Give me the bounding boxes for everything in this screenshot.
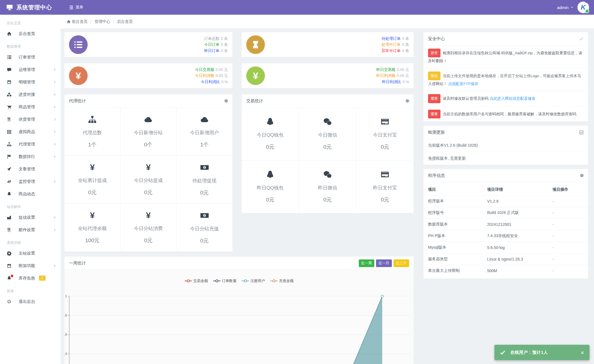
agent-stat-cell: 今日新增分站 0个 <box>120 108 176 156</box>
trade-stat-cell: 今日支付宝 0元 <box>356 108 414 161</box>
table-row: 程序版号Build 1026 正式版- <box>424 207 588 219</box>
sidebar-item-articles[interactable]: 文章管理 <box>0 163 61 175</box>
hourglass-icon <box>246 35 265 54</box>
stat-label: 昨日利润额 <box>376 73 396 78</box>
table-row: 单次最大上传限制500M- <box>424 265 588 276</box>
range-quarter-button[interactable]: 近三月 <box>394 259 409 267</box>
avatar[interactable]: K <box>578 2 589 13</box>
caret-down-icon <box>570 6 574 9</box>
cart-icon <box>7 105 12 109</box>
panel-dot-icon[interactable] <box>406 99 409 103</box>
sidebar-item-dashboard[interactable]: 后台首页 <box>0 27 61 40</box>
yen-icon: ¥ <box>69 66 88 85</box>
money-bill-icon <box>200 163 209 172</box>
breadcrumb-separator: / <box>90 20 92 24</box>
sidebar-item-ops[interactable]: 运维管理 <box>0 63 61 76</box>
agent-stat-cell: ¥ 今日分站提成 0元 <box>120 156 176 204</box>
grid-icon <box>7 129 12 134</box>
sidebar-item-stock-alert[interactable]: 库存告急 1 <box>0 272 61 284</box>
orders-summary-card: 订单总数0 条 今日订单0 条 昨日订单0 条 <box>64 32 232 57</box>
version-row: 当前版本V1.2.6 (Build 1026) <box>424 139 588 152</box>
close-icon[interactable] <box>580 350 584 355</box>
alert-badge: 警告 <box>428 72 440 80</box>
username: admin <box>557 5 569 10</box>
checkbox-icon[interactable] <box>579 130 584 135</box>
chevron-right-icon <box>53 130 57 134</box>
brand[interactable]: 系统管理中心 <box>0 0 61 15</box>
program-info-table: 项目 项目详情 项目操作 程序版本V1.2.6- 程序版号Build 1026 … <box>424 182 588 279</box>
legend-item[interactable]: 充值金额 <box>270 278 294 283</box>
calendar-icon <box>7 80 12 84</box>
sidebar-item-details[interactable]: 明细管理 <box>0 76 61 88</box>
range-week-button[interactable]: 近一周 <box>359 259 375 267</box>
cloud-icon <box>144 115 153 124</box>
week-stats-panel: 一周统计 近一周 近一月 近三月 交易金额 <box>64 257 414 364</box>
list-icon <box>7 55 12 60</box>
yen-icon: ¥ <box>146 211 151 220</box>
check-icon[interactable] <box>579 36 584 41</box>
yen-icon: ¥ <box>90 163 95 172</box>
today-trade-card: ¥ 今日交易额0.00 元 今日利润额0.00 元 今日利润比0 % <box>64 63 232 88</box>
stat-label: 今日订单 <box>204 42 219 47</box>
sidebar-section-system: 系统功能 <box>0 236 61 247</box>
stat-value: 0 % <box>221 80 228 84</box>
app-title: 系统管理中心 <box>16 4 52 11</box>
sidebar-item-site-settings[interactable]: 主站设置 <box>0 247 61 259</box>
power-icon <box>7 299 12 304</box>
sidebar-item-mail-settings[interactable]: 邮件设置 <box>0 224 61 236</box>
svg-text:0.4: 0.4 <box>64 352 67 356</box>
home-icon <box>7 31 12 36</box>
agent-stat-cell: 今日分站充值 0元 <box>176 204 232 252</box>
panel-title: 检测更新 <box>428 130 445 135</box>
money-bill-icon <box>200 211 209 220</box>
legend-item[interactable]: 注册用户 <box>242 278 265 283</box>
sidebar-item-supply[interactable]: 供货管理 <box>0 113 61 125</box>
legend-item[interactable]: 交易金额 <box>185 278 208 283</box>
chevron-right-icon <box>53 105 57 109</box>
sidebar-item-agents[interactable]: 代理管理 <box>0 138 61 150</box>
stat-label: 订单总数 <box>204 36 219 41</box>
sidebar-item-monitor[interactable]: 监控管理 <box>0 175 61 188</box>
sidebar-item-purchase[interactable]: 进货对接 <box>0 88 61 101</box>
panel-title: 一周统计 <box>69 261 86 266</box>
sidebar-item-products[interactable]: 商品管理 <box>0 101 61 113</box>
sidebar-item-product-news[interactable]: 商品动态 <box>0 188 61 200</box>
alert-red-dot <box>11 275 13 277</box>
legend-marker-icon <box>213 279 221 283</box>
ftp-config-link[interactable]: 点我配置FTP储存 <box>448 82 478 86</box>
sitemap-icon <box>7 142 12 147</box>
sidebar-section-home: 后台主页 <box>0 16 61 27</box>
sidebar-item-ranking[interactable]: 数据排行 <box>0 150 61 163</box>
utensils-icon <box>7 117 12 122</box>
toast-text: 在线用户：预计1人 <box>510 350 548 355</box>
breadcrumb-home[interactable]: 前台首页 <box>72 19 88 24</box>
panel-dot-icon[interactable] <box>580 174 584 177</box>
panel-dot-icon[interactable] <box>224 99 228 103</box>
security-alert: 重要请及时修改默认管理员密码 点此进入网站信息配置修改 <box>424 91 588 106</box>
admin-dropdown[interactable]: admin <box>557 5 574 10</box>
table-row: Mysql版本5.6.50-log- <box>424 242 588 253</box>
week-chart[interactable]: 1 0.8 0.6 0.4 <box>64 290 414 364</box>
sidebar-item-logout[interactable]: 退出后台 <box>0 295 61 308</box>
sidebar-item-sms-settings[interactable]: 短信设置 <box>0 211 61 224</box>
yen-icon: ¥ <box>90 211 95 220</box>
credit-card-icon <box>381 117 389 126</box>
range-month-button[interactable]: 近一月 <box>376 259 392 267</box>
cubes-icon <box>7 92 12 97</box>
agent-stat-cell: 代理总数 1个 <box>64 108 120 156</box>
stat-value: 0.00 元 <box>215 73 228 78</box>
pending-orders-card: 待处理订单0 条 处理中订单0 条 异常中订单0 条 <box>242 32 414 57</box>
breadcrumb-current: 后台首页 <box>117 19 133 24</box>
site-config-link[interactable]: 点此进入网站信息配置修改 <box>490 96 535 101</box>
sidebar-item-orders[interactable]: 订单管理 <box>0 51 61 63</box>
stat-value: 0 条 <box>221 36 228 41</box>
breadcrumb-center[interactable]: 管理中心 <box>94 19 110 24</box>
chevron-right-icon <box>53 118 57 121</box>
trade-stat-cell: 昨日支付宝 0元 <box>356 161 414 213</box>
table-header-row: 项目 项目详情 项目操作 <box>424 184 588 196</box>
legend-item[interactable]: 订单数量 <box>213 278 237 283</box>
sidebar-item-virtual-goods[interactable]: 虚拟商品 <box>0 125 61 138</box>
chevron-right-icon <box>53 155 57 159</box>
menu-toggle-button[interactable]: 菜单 <box>69 5 83 10</box>
sidebar-item-addons[interactable]: 附加功能 <box>0 259 61 272</box>
